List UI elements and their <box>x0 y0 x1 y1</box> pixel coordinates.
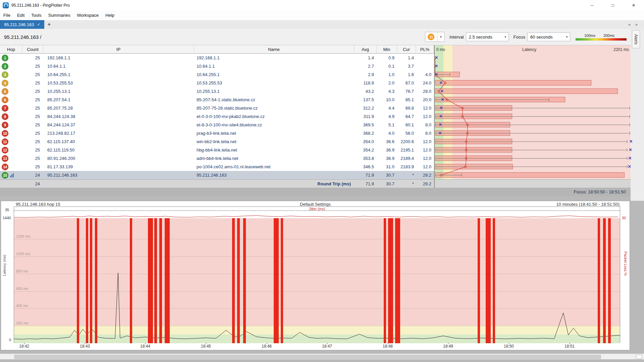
cur-cell: 64.7 <box>397 112 416 121</box>
latency-scale-min: 0 ms <box>436 47 445 52</box>
menu-summaries[interactable]: Summaries <box>45 10 74 20</box>
menu-workspace[interactable]: Workspace <box>73 10 102 20</box>
pl-cell: 12.0 <box>416 146 434 154</box>
right-panel-strip: Alerts <box>631 29 644 201</box>
interval-select[interactable]: 2.5 seconds ▼ <box>466 33 509 41</box>
focus-select[interactable]: 60 seconds ▼ <box>527 33 570 41</box>
summary-avg: 71.9 <box>354 180 377 188</box>
new-tab-button[interactable]: + <box>44 20 54 29</box>
pl-cell: 20.0 <box>416 96 434 104</box>
table-row-hop-10[interactable]: 1025213.248.82.17prag-b3-link.telia.net3… <box>0 129 631 137</box>
menu-edit[interactable]: Edit <box>14 10 28 20</box>
pl-cell: 4.0 <box>416 70 434 79</box>
col-header-latency[interactable]: 0 ms Latency 2201 ms <box>434 45 631 54</box>
interval-value: 2.5 seconds <box>469 35 492 40</box>
col-header-count[interactable]: Count <box>22 45 43 54</box>
col-header-cur[interactable]: Cur <box>397 45 416 54</box>
name-cell: prag-b3-link.telia.net <box>194 129 354 137</box>
tab-scroll-right-icon[interactable]: ► <box>635 22 639 26</box>
alerts-tab[interactable]: Alerts <box>632 30 640 48</box>
name-cell: adm-bb4-link.telia.net <box>194 154 354 163</box>
minimize-button[interactable]: ─ <box>582 0 602 10</box>
current-sample-marker: ✕ <box>440 88 443 94</box>
table-row-hop-14[interactable]: 142581.17.33.139po-1004.ce02.ams-01.nl.l… <box>0 163 631 171</box>
current-sample-marker: ✕ <box>435 63 438 69</box>
table-row-hop-2[interactable]: 22510.64.1.110.64.1.12.70.13.7✕ <box>0 62 631 70</box>
min-cell: 2.0 <box>377 79 397 87</box>
pl-cell: 8.0 <box>416 129 434 137</box>
timeline-graph[interactable]: 1200 ms1000 ms800 ms600 ms400 ms200 ms <box>14 218 620 343</box>
count-cell: 25 <box>22 96 43 104</box>
current-sample-marker: ✕ <box>441 97 444 102</box>
pl-cell: 12.0 <box>416 154 434 163</box>
col-header-avg[interactable]: Avg <box>354 45 377 54</box>
packet-loss-bar <box>165 218 170 343</box>
col-header-ip[interactable]: IP <box>43 45 194 54</box>
latency-axis-zero: 0 <box>9 338 11 342</box>
latency-graph-cell <box>434 171 631 179</box>
table-row-hop-11[interactable]: 112562.115.137.40win-bb2-link.telia.net3… <box>0 137 631 146</box>
menu-tools[interactable]: Tools <box>28 10 45 20</box>
legend-200ms: 200ms <box>603 34 614 38</box>
menu-help[interactable]: Help <box>102 10 118 20</box>
cur-cell: 69.8 <box>397 104 416 112</box>
table-row-hop-13[interactable]: 132580.91.246.200adm-bb4-link.telia.net3… <box>0 154 631 163</box>
table-row-hop-15[interactable]: 152495.211.246.16395.211.246.16371.930.7… <box>0 171 631 179</box>
latency-graph-cell: ✕ <box>434 137 631 146</box>
name-cell: et-8-3-0-100-mx-site4.bluetone.cz <box>194 121 354 129</box>
ip-cell: 10.53.255.53 <box>43 79 194 87</box>
packet-loss-bar <box>90 218 93 343</box>
tab-scroll-left-icon[interactable]: ◄ <box>627 22 631 26</box>
table-row-hop-4[interactable]: 42510.53.255.5310.53.255.53118.92.067.02… <box>0 79 631 87</box>
packet-loss-bar <box>395 218 400 343</box>
legend-100ms: 100ms <box>584 34 595 38</box>
tab-label: 95.211.246.163 <box>4 22 34 27</box>
table-row-hop-1[interactable]: 125192.168.1.1192.168.1.11.40.91.4✕ <box>0 54 631 62</box>
latency-scale-title: Latency <box>522 47 536 52</box>
pl-cell <box>416 62 434 70</box>
ip-cell: 84.244.124.38 <box>43 112 194 121</box>
timeline-range[interactable]: 10 minutes (18:41:50 - 18:51:50) <box>556 202 620 207</box>
tab-target[interactable]: 95.211.246.163 ✓ <box>0 20 44 29</box>
col-header-min[interactable]: Min <box>377 45 397 54</box>
pause-button[interactable] <box>425 32 437 42</box>
ip-cell: 213.248.82.17 <box>43 129 194 137</box>
latency-whisker <box>435 175 462 175</box>
table-row-hop-5[interactable]: 52510.255.13.110.255.13.143.24.376.728.0… <box>0 87 631 96</box>
table-row-hop-9[interactable]: 92584.244.124.37et-8-3-0-100-mx-site4.bl… <box>0 121 631 129</box>
col-header-pl[interactable]: PL% <box>416 45 434 54</box>
hop-number-badge: 11 <box>2 138 8 145</box>
maximize-button[interactable]: □ <box>602 0 623 10</box>
packet-loss-bar <box>130 218 132 343</box>
pause-dropdown[interactable]: ▼ <box>437 32 444 42</box>
target-address[interactable]: 95.211.246.163 / <box>4 34 42 40</box>
packet-loss-bar <box>232 218 235 343</box>
pl-cell: 28.0 <box>416 87 434 96</box>
scrollbar-thumb[interactable] <box>14 355 601 359</box>
whisker-cap <box>630 132 630 135</box>
cur-cell: 3.7 <box>397 62 416 70</box>
table-row-hop-8[interactable]: 82584.244.124.38et-0-3-0-100-mx-pkab2.bl… <box>0 112 631 121</box>
latency-graph-cell: ✕ <box>434 163 631 171</box>
latency-range-bar <box>435 172 625 178</box>
table-row-hop-3[interactable]: 32510.64.255.110.64.255.12.91.01.64.0✕ <box>0 70 631 79</box>
timeline-settings[interactable]: Default Settings <box>1 202 630 207</box>
close-button[interactable]: ✕ <box>623 0 644 10</box>
latency-whisker <box>435 125 630 125</box>
table-row-hop-12[interactable]: 122562.115.119.50hbg-bb4-link.telia.net3… <box>0 146 631 154</box>
count-cell: 25 <box>22 121 43 129</box>
tabbar: 95.211.246.163 ✓ + ◄ ► <box>0 20 644 29</box>
table-row-hop-7[interactable]: 72585.207.75.2885-207-75-28.static.bluet… <box>0 104 631 112</box>
menu-file[interactable]: File <box>0 10 14 20</box>
col-header-name[interactable]: Name <box>194 45 354 54</box>
packet-loss-axis-max: 30 <box>622 216 626 220</box>
packet-loss-bar <box>77 218 79 343</box>
min-cell: 36.9 <box>377 154 397 163</box>
hop-number-badge: 4 <box>2 80 8 86</box>
latency-scale-max: 2201 ms <box>613 47 629 52</box>
ip-cell: 62.115.119.50 <box>43 146 194 154</box>
table-row-hop-6[interactable]: 62585.207.54.185-207-54-1.static.blueton… <box>0 96 631 104</box>
horizontal-scrollbar[interactable] <box>0 354 644 359</box>
count-cell: 24 <box>22 171 43 179</box>
col-header-hop[interactable]: Hop <box>0 45 22 54</box>
